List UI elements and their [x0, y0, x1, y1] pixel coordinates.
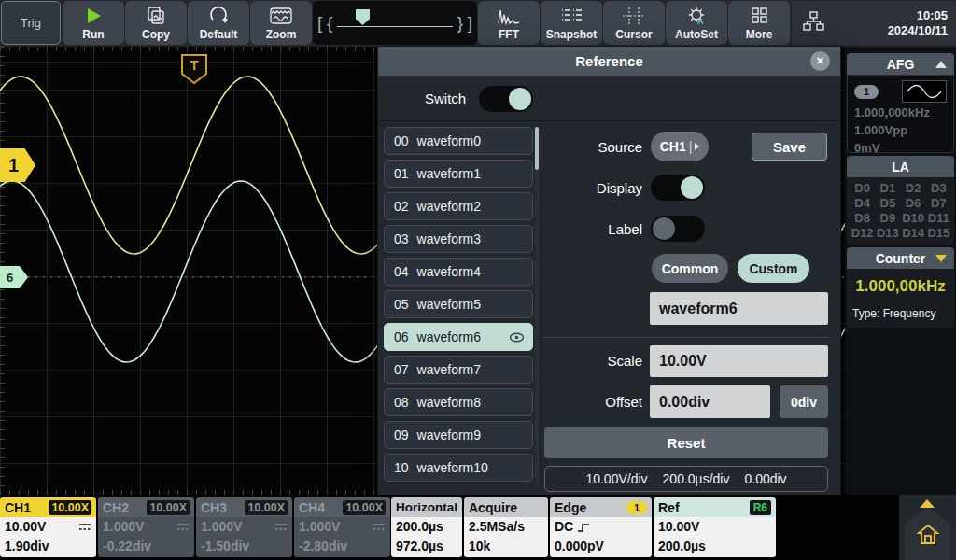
- list-item-waveform5[interactable]: 05waveform5: [384, 290, 533, 318]
- home-icon[interactable]: [916, 523, 940, 551]
- copy-button[interactable]: Copy: [125, 1, 187, 45]
- snapshot-button[interactable]: Snapshot: [541, 1, 602, 45]
- list-item-waveform9[interactable]: 09waveform9: [384, 421, 533, 449]
- panel-divider: [541, 121, 541, 495]
- la-panel-body[interactable]: D0D1D2D3 D4D5D6D7 D8D9D10D11 D12D13D14D1…: [847, 177, 954, 245]
- display-toggle[interactable]: [651, 175, 705, 201]
- counter-type: Type: Frequency: [852, 307, 949, 320]
- toggle-knob: [681, 176, 703, 199]
- custom-label: Custom: [749, 261, 797, 276]
- chevron-right-icon: [695, 143, 699, 150]
- list-item-waveform1[interactable]: 01waveform1: [384, 160, 533, 188]
- counter-panel-header[interactable]: Counter: [847, 247, 954, 269]
- custom-button[interactable]: Custom: [738, 254, 809, 283]
- default-reset-icon: [207, 5, 230, 27]
- la-d9: D9: [875, 211, 900, 225]
- la-d10: D10: [901, 211, 926, 225]
- horizontal-position-slider[interactable]: [ { } ]: [313, 1, 477, 45]
- section-divider: [542, 337, 830, 338]
- copy-icon: [145, 5, 167, 27]
- list-item-waveform4[interactable]: 04waveform4: [384, 258, 533, 286]
- label-name-input[interactable]: waveform6: [650, 292, 828, 325]
- slider-right-bracket: ]: [468, 12, 472, 35]
- expand-up-icon[interactable]: [920, 499, 935, 508]
- sine-wave-icon: [902, 80, 947, 103]
- snapshot-label: Snapshot: [546, 28, 598, 41]
- ch4-block[interactable]: CH410.00X 1.000V-2.80div: [294, 497, 390, 557]
- list-item-waveform3[interactable]: 03waveform3: [384, 225, 533, 253]
- right-sidebar: AFG 1 1.000,000kHz 1.000Vpp 0mV LA D0D1D…: [845, 47, 956, 495]
- list-item-waveform10[interactable]: 10waveform10: [384, 454, 533, 482]
- scale-input[interactable]: 10.00V: [650, 345, 828, 377]
- trig-button[interactable]: Trig: [1, 1, 61, 45]
- ch2-block[interactable]: CH210.00X 1.000V-0.22div: [98, 497, 194, 557]
- collapse-down-icon: [935, 255, 947, 262]
- cursor-button[interactable]: Cursor: [603, 1, 665, 45]
- autoset-button[interactable]: A AutoSet: [666, 1, 727, 45]
- zoom-button[interactable]: Zoom: [250, 1, 312, 45]
- la-d2: D2: [901, 181, 926, 195]
- offset-input[interactable]: 0.00div: [650, 385, 770, 418]
- ref-scale: 10.00V: [658, 517, 771, 537]
- label-label: Label: [544, 221, 642, 237]
- list-item-waveform0[interactable]: 00waveform0: [384, 127, 533, 155]
- reference-switch-toggle[interactable]: [479, 86, 533, 112]
- slider-track[interactable]: [337, 26, 453, 27]
- slider-trigger-marker[interactable]: [356, 9, 370, 25]
- la-d15: D15: [926, 226, 951, 240]
- default-button[interactable]: Default: [188, 1, 249, 45]
- offset-value: 0.00div: [659, 394, 710, 411]
- acquire-block[interactable]: Acquire 2.5MSa/s10k: [464, 497, 548, 557]
- close-icon[interactable]: ✕: [810, 51, 830, 71]
- la-d0: D0: [850, 181, 875, 195]
- slider-left-brace: {: [327, 12, 332, 35]
- ref-block[interactable]: RefR6 10.00V200.0µs: [654, 497, 776, 557]
- trigger-edge-block[interactable]: Edge1 DC0.000pV: [550, 497, 652, 557]
- zoom-icon: [269, 5, 293, 27]
- zero-div-button[interactable]: 0div: [780, 385, 828, 418]
- visibility-eye-icon[interactable]: [509, 332, 525, 343]
- more-label: More: [746, 28, 773, 41]
- afg-panel-header[interactable]: AFG: [847, 53, 954, 75]
- network-icon[interactable]: [801, 9, 827, 37]
- item-name: waveform2: [417, 199, 481, 214]
- counter-panel-body[interactable]: 1.000,00kHz Type: Frequency: [847, 269, 954, 328]
- counter-value: 1.000,00kHz: [852, 277, 949, 296]
- counter-panel: Counter 1.000,00kHz Type: Frequency: [847, 247, 954, 328]
- list-item-waveform6-selected[interactable]: 06waveform6: [384, 323, 533, 351]
- list-item-waveform8[interactable]: 08waveform8: [384, 388, 533, 416]
- save-button[interactable]: Save: [752, 133, 827, 161]
- ch3-block[interactable]: CH310.00X 1.000V-1.50div: [196, 497, 292, 557]
- fft-button[interactable]: FFT: [478, 1, 540, 45]
- ch1-block[interactable]: CH110.00X 10.00V1.90div: [0, 497, 96, 557]
- list-item-waveform7[interactable]: 07waveform7: [384, 356, 533, 384]
- fft-icon: [497, 5, 521, 27]
- label-toggle[interactable]: [651, 216, 705, 242]
- ref-title: Ref: [658, 500, 680, 515]
- la-d5: D5: [875, 196, 900, 210]
- reset-button[interactable]: Reset: [544, 427, 828, 458]
- la-d7: D7: [926, 196, 951, 210]
- trigger-position-marker[interactable]: T: [180, 53, 208, 89]
- ch1-name: CH1: [5, 500, 31, 515]
- edge-source-badge: 1: [626, 501, 647, 514]
- list-scrollbar[interactable]: [535, 127, 539, 486]
- ch4-scale: 1.000V: [299, 517, 340, 537]
- horizontal-title: Horizontal: [396, 500, 457, 514]
- item-name: waveform7: [417, 362, 481, 377]
- reset-label: Reset: [668, 435, 706, 451]
- list-scrollbar-thumb[interactable]: [535, 127, 539, 170]
- dc-coupling-icon: [176, 523, 190, 531]
- la-panel-header[interactable]: LA: [847, 156, 954, 177]
- more-button[interactable]: More: [728, 1, 790, 45]
- list-item-waveform2[interactable]: 02waveform2: [384, 192, 533, 220]
- common-button[interactable]: Common: [652, 254, 728, 283]
- item-name: waveform9: [417, 427, 481, 442]
- run-button[interactable]: Run: [63, 1, 124, 45]
- dc-coupling-icon: [373, 523, 386, 531]
- horizontal-block[interactable]: Horizontal 200.0µs972.0µs: [391, 497, 462, 557]
- source-select[interactable]: CH1|: [651, 132, 709, 161]
- ch1-offset: 1.90div: [5, 537, 91, 556]
- ch3-name: CH3: [201, 500, 227, 515]
- afg-panel-body[interactable]: 1 1.000,000kHz 1.000Vpp 0mV: [847, 75, 954, 153]
